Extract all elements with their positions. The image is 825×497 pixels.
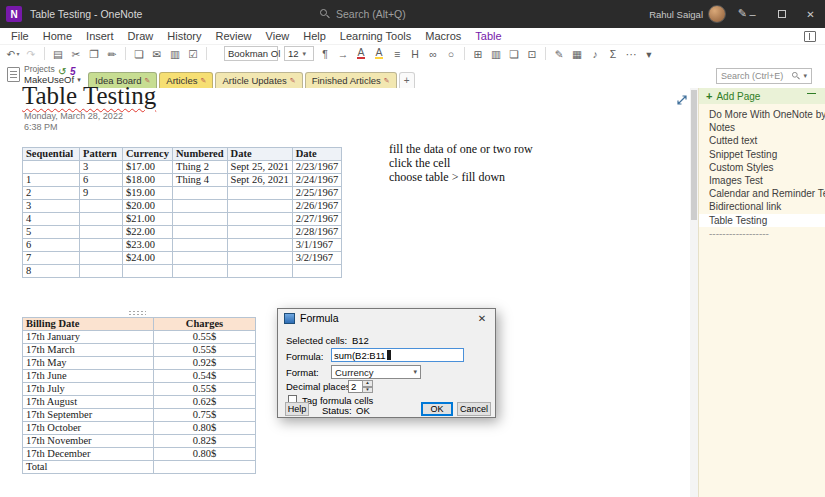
- help-button[interactable]: Help: [285, 402, 309, 416]
- music-note-icon[interactable]: ♪: [587, 46, 603, 61]
- table-cell[interactable]: 17th November: [23, 435, 154, 448]
- dialog-titlebar[interactable]: Formula: [278, 309, 495, 327]
- page-templates-icon[interactable]: ❏: [506, 46, 522, 61]
- pen-icon[interactable]: ✎: [551, 46, 567, 61]
- table-cell[interactable]: 17th July: [23, 383, 154, 396]
- table-cell[interactable]: 2/23/1967: [292, 161, 342, 174]
- ok-button[interactable]: OK: [421, 402, 453, 416]
- table-cell[interactable]: [172, 252, 227, 265]
- instruction-line[interactable]: click the cell: [389, 156, 533, 170]
- table-cell[interactable]: 0.55$: [154, 344, 256, 357]
- redo-icon[interactable]: ↷: [23, 46, 39, 61]
- page-item-do-more-with-onenote-by-installing-o[interactable]: Do More With OneNote by Installing O: [699, 108, 825, 121]
- titlebar-search[interactable]: Search (Alt+Q): [320, 8, 406, 20]
- page-item-item[interactable]: ------------------: [699, 227, 825, 240]
- page-item-custom-styles[interactable]: Custom Styles: [699, 161, 825, 174]
- menu-item-review[interactable]: Review: [209, 30, 259, 42]
- table-icon[interactable]: ⊞: [470, 46, 486, 61]
- menu-item-view[interactable]: View: [259, 30, 297, 42]
- table-cell[interactable]: 0.80$: [154, 422, 256, 435]
- table-cell[interactable]: 8: [23, 265, 80, 278]
- more-tools-icon[interactable]: ⋯: [623, 46, 639, 61]
- table-cell[interactable]: $24.00: [123, 252, 173, 265]
- menu-item-learning-tools[interactable]: Learning Tools: [333, 30, 418, 42]
- column-header[interactable]: Date: [292, 148, 342, 161]
- column-header[interactable]: Currency: [123, 148, 173, 161]
- page-item-calendar-and-reminder-test[interactable]: Calendar and Reminder Test: [699, 187, 825, 200]
- menu-item-file[interactable]: File: [4, 30, 36, 42]
- table-cell[interactable]: 6: [23, 239, 80, 252]
- toolbar-overflow-icon[interactable]: ▾: [641, 46, 657, 61]
- table-cell[interactable]: [227, 226, 292, 239]
- table-cell[interactable]: [80, 213, 123, 226]
- formula-input[interactable]: sum(B2:B11: [331, 348, 464, 362]
- table-cell[interactable]: $19.00: [123, 187, 173, 200]
- expand-page-icon[interactable]: [676, 92, 688, 104]
- table-cell[interactable]: [172, 239, 227, 252]
- table-cell[interactable]: [227, 252, 292, 265]
- table-cell[interactable]: 3: [80, 161, 123, 174]
- add-section-button[interactable]: +: [399, 72, 415, 88]
- table-cell[interactable]: [80, 200, 123, 213]
- table-cell[interactable]: Total: [23, 461, 154, 474]
- decimal-places-input[interactable]: 2: [348, 380, 363, 393]
- table-cell[interactable]: [80, 265, 123, 278]
- sync-arrow-icon[interactable]: [58, 66, 66, 77]
- table-cell[interactable]: [80, 252, 123, 265]
- shape-icon[interactable]: ○: [443, 46, 459, 61]
- table-cell[interactable]: [154, 461, 256, 474]
- maximize-button[interactable]: [767, 0, 796, 28]
- menu-item-home[interactable]: Home: [36, 30, 79, 42]
- scrollbar-thumb[interactable]: [691, 90, 697, 220]
- add-page-button[interactable]: Add Page: [699, 88, 825, 104]
- table-cell[interactable]: 1: [23, 174, 80, 187]
- paragraph-marks-icon[interactable]: ¶: [317, 46, 333, 61]
- formula-icon[interactable]: Σ: [605, 46, 621, 61]
- page-canvas[interactable]: Table Testing Monday, March 28, 2022 6:3…: [0, 88, 690, 497]
- table-cell[interactable]: [23, 161, 80, 174]
- new-page-icon[interactable]: ❏: [131, 46, 147, 61]
- table-move-handle[interactable]: [128, 310, 146, 315]
- paste-icon[interactable]: ▤: [50, 46, 66, 61]
- notebook-icon[interactable]: [7, 67, 20, 82]
- table-cell[interactable]: 0.82$: [154, 435, 256, 448]
- page-item-images-test[interactable]: Images Test: [699, 174, 825, 187]
- page-title[interactable]: Table Testing: [22, 82, 156, 110]
- user-avatar[interactable]: [708, 5, 726, 23]
- instruction-line[interactable]: choose table > fill down: [389, 170, 533, 184]
- format-painter-icon[interactable]: ✏: [104, 46, 120, 61]
- close-button[interactable]: [796, 0, 825, 28]
- column-header[interactable]: Date: [227, 148, 292, 161]
- link-icon[interactable]: ∞: [425, 46, 441, 61]
- dialog-close-button[interactable]: [470, 310, 494, 326]
- table-cell[interactable]: 2/27/1967: [292, 213, 342, 226]
- spin-down-button[interactable]: [362, 387, 373, 394]
- format-dropdown[interactable]: Currency: [331, 365, 421, 379]
- font-color-icon[interactable]: A: [353, 46, 369, 61]
- column-header[interactable]: Pattern: [80, 148, 123, 161]
- table-cell[interactable]: [172, 265, 227, 278]
- table-cell[interactable]: 3/2/1967: [292, 252, 342, 265]
- table-cell[interactable]: 17th June: [23, 370, 154, 383]
- table-cell[interactable]: 0.55$: [154, 383, 256, 396]
- table-cell[interactable]: 17th March: [23, 344, 154, 357]
- tag-icon[interactable]: ☑: [185, 46, 201, 61]
- table-cell[interactable]: 17th December: [23, 448, 154, 461]
- instructions[interactable]: fill the data of one or two rowclick the…: [389, 142, 533, 184]
- table-cell[interactable]: 0.75$: [154, 409, 256, 422]
- table-cell[interactable]: 2/25/1967: [292, 187, 342, 200]
- cut-icon[interactable]: ✂: [68, 46, 84, 61]
- table-cell[interactable]: 0.80$: [154, 448, 256, 461]
- user-name[interactable]: Rahul Saigal: [649, 9, 703, 20]
- table-cell[interactable]: [172, 200, 227, 213]
- table-cell[interactable]: Thing 4: [172, 174, 227, 187]
- table-cell[interactable]: Sept 26, 2021: [227, 174, 292, 187]
- notes-search-box[interactable]: Search (Ctrl+E): [716, 68, 812, 84]
- table-cell[interactable]: $23.00: [123, 239, 173, 252]
- table-cell[interactable]: 4: [23, 213, 80, 226]
- menu-item-help[interactable]: Help: [296, 30, 333, 42]
- table-cell[interactable]: 0.62$: [154, 396, 256, 409]
- section-tab-article-updates[interactable]: Article Updates✎: [215, 72, 302, 88]
- screen-clipping-icon[interactable]: ⊡: [524, 46, 540, 61]
- menu-item-insert[interactable]: Insert: [79, 30, 121, 42]
